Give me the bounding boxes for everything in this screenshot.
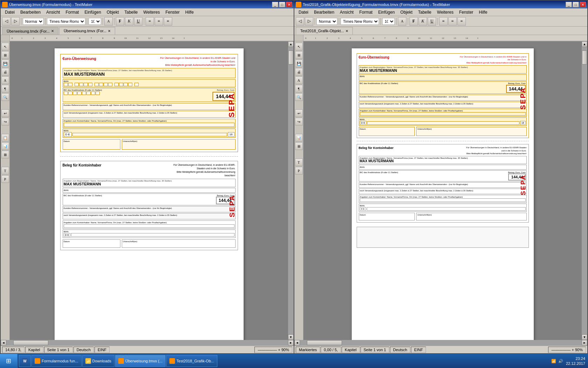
tab-0-close-left[interactable]: ✕ — [51, 29, 54, 33]
sidebar-btn-4[interactable]: 🖨 — [1, 68, 9, 76]
menu-objekt-left[interactable]: Objekt — [104, 9, 122, 15]
tab-0-close-right[interactable]: ✕ — [345, 29, 348, 33]
hscroll-right-btn[interactable]: ► — [288, 340, 294, 346]
nav-btn-left[interactable]: ◁ — [2, 17, 10, 26]
align-right-left[interactable]: ≡ — [164, 17, 172, 26]
style-select-right[interactable]: Normal — [316, 18, 337, 25]
vscroll-up-right[interactable]: ▲ — [582, 41, 587, 47]
menu-hilfe-left[interactable]: Hilfe — [182, 9, 196, 15]
tab-1-close-left[interactable]: ✕ — [108, 29, 111, 33]
vscroll-left[interactable]: ▲ ▼ — [288, 41, 294, 340]
sidebar-btn-12[interactable]: ⊞ — [1, 151, 9, 158]
font-color-left[interactable]: A — [104, 17, 113, 26]
hscroll-right-btn-right[interactable]: ► — [582, 340, 587, 346]
sidebar-btn-r13[interactable]: P — [295, 167, 303, 175]
sidebar-btn-r6[interactable]: ¶ — [295, 85, 303, 93]
font-select-right[interactable]: Times New Romar — [341, 18, 379, 25]
size-select-right[interactable]: 10 — [382, 18, 395, 25]
sidebar-btn-8[interactable]: ↩ — [1, 109, 9, 117]
sidebar-btn-1[interactable]: ↖ — [1, 43, 9, 50]
menu-fenster-left[interactable]: Fenster — [163, 9, 183, 15]
menu-format-left[interactable]: Format — [63, 9, 82, 15]
taskbar-word[interactable]: W — [19, 355, 31, 367]
menu-weiteres-right[interactable]: Weiteres — [434, 9, 456, 15]
nav-btn2-right[interactable]: ▷ — [305, 17, 313, 26]
sidebar-btn-2[interactable]: ⊞ — [1, 51, 9, 59]
align-left-left[interactable]: ≡ — [146, 17, 154, 26]
font-color-right[interactable]: A — [398, 17, 406, 26]
hscroll-thumb-right[interactable] — [307, 340, 342, 345]
sidebar-btn-6[interactable]: ¶ — [1, 85, 9, 93]
sidebar-btn-9[interactable]: ↪ — [1, 118, 9, 125]
minimize-button-right[interactable]: _ — [566, 2, 572, 7]
sidebar-btn-r10[interactable]: 📊 — [295, 134, 303, 142]
hscroll-left[interactable]: ◄ ► — [1, 340, 294, 346]
align-center-right[interactable]: ≡ — [448, 17, 457, 26]
close-button-left[interactable]: ✕ — [286, 2, 292, 7]
menu-bearbeiten-left[interactable]: Bearbeiten — [18, 9, 43, 15]
style-select-left[interactable]: Normal — [23, 18, 44, 25]
taskbar-test2018[interactable]: Test2018_Grafik-Ob... — [166, 355, 217, 367]
vscroll-down-right[interactable]: ▼ — [582, 334, 587, 340]
menu-datei-left[interactable]: Datei — [2, 9, 18, 15]
maximize-button-left[interactable]: □ — [279, 2, 285, 7]
menu-weiteres-left[interactable]: Weiteres — [141, 9, 163, 15]
sidebar-btn-r9[interactable]: ↪ — [295, 118, 303, 125]
menu-datei-right[interactable]: Datei — [296, 9, 311, 15]
taskbar-formularmodus[interactable]: Formularmodus fun... — [31, 355, 82, 367]
menu-bearbeiten-right[interactable]: Bearbeiten — [311, 9, 337, 15]
tab-1-left[interactable]: Überweisung.tmvx (For... ✕ — [59, 27, 115, 35]
hscroll-thumb-left[interactable] — [13, 340, 48, 345]
doc-scroll-right[interactable]: €uro-Überweisung Für Überweisungen in De… — [303, 41, 582, 340]
vscroll-thumb-right[interactable] — [582, 50, 587, 64]
sidebar-btn-r11[interactable]: ⊞ — [295, 142, 303, 150]
italic-left[interactable]: K — [125, 17, 133, 26]
sidebar-btn-r7[interactable]: 🔍 — [295, 93, 303, 101]
bold-left[interactable]: F — [116, 17, 124, 26]
tab-0-right[interactable]: Test2018_Grafik-Objekt... ✕ — [296, 27, 353, 35]
bold-right[interactable]: F — [410, 17, 418, 26]
vscroll-track-right[interactable] — [582, 47, 587, 334]
sidebar-btn-13[interactable]: T — [1, 167, 9, 175]
menu-einfuegen-left[interactable]: Einfügen — [82, 9, 104, 15]
menu-ansicht-right[interactable]: Ansicht — [337, 9, 356, 15]
nav-btn-right[interactable]: ◁ — [296, 17, 304, 26]
vscroll-right[interactable]: ▲ ▼ — [582, 41, 587, 340]
vscroll-thumb-left[interactable] — [288, 50, 293, 64]
sidebar-btn-r5[interactable]: A — [295, 76, 303, 84]
nav-btn2-left[interactable]: ▷ — [11, 17, 20, 26]
hscroll-left-btn[interactable]: ◄ — [1, 340, 6, 346]
menu-fenster-right[interactable]: Fenster — [456, 9, 476, 15]
start-button[interactable]: ⊞ — [0, 354, 18, 368]
sidebar-btn-3[interactable]: 💾 — [1, 60, 9, 67]
doc-scroll-left[interactable]: €uro-Überweisung Für Überweisungen in De… — [10, 41, 288, 340]
underline-left[interactable]: U — [134, 17, 142, 26]
sidebar-btn-r3[interactable]: 💾 — [295, 60, 303, 67]
menu-hilfe-right[interactable]: Hilfe — [476, 9, 490, 15]
size-select-left[interactable]: 10 — [89, 18, 101, 25]
sidebar-btn-r2[interactable]: ⊞ — [295, 51, 303, 59]
sidebar-btn-r1[interactable]: ↖ — [295, 43, 303, 50]
menu-format-right[interactable]: Format — [356, 9, 375, 15]
align-left-right[interactable]: ≡ — [439, 17, 448, 26]
italic-right[interactable]: K — [419, 17, 427, 26]
menu-ansicht-left[interactable]: Ansicht — [43, 9, 63, 15]
sidebar-btn-7[interactable]: 🔍 — [1, 93, 9, 101]
sidebar-btn-11[interactable]: 📊 — [1, 142, 9, 150]
vscroll-down-left[interactable]: ▼ — [288, 334, 294, 340]
underline-right[interactable]: U — [428, 17, 436, 26]
align-center-left[interactable]: ≡ — [155, 17, 163, 26]
menu-einfuegen-right[interactable]: Einfügen — [375, 9, 397, 15]
sidebar-btn-14[interactable]: P — [1, 175, 9, 183]
vscroll-up-left[interactable]: ▲ — [288, 41, 294, 47]
sidebar-btn-5[interactable]: A — [1, 76, 9, 84]
tab-0-left[interactable]: Überweisung.tmdx (For... ✕ — [2, 27, 58, 35]
close-button-right[interactable]: ✕ — [580, 2, 586, 7]
taskbar-uberweisung[interactable]: Überweisung.tmvx (... — [115, 355, 166, 367]
sidebar-btn-10[interactable]: 📋 — [1, 134, 9, 142]
hscroll-track-right[interactable] — [300, 340, 582, 346]
maximize-button-right[interactable]: □ — [573, 2, 579, 7]
vscroll-track-left[interactable] — [288, 47, 294, 334]
taskbar-downloads[interactable]: 📁 Downloads — [82, 355, 114, 367]
align-right-right[interactable]: ≡ — [457, 17, 466, 26]
